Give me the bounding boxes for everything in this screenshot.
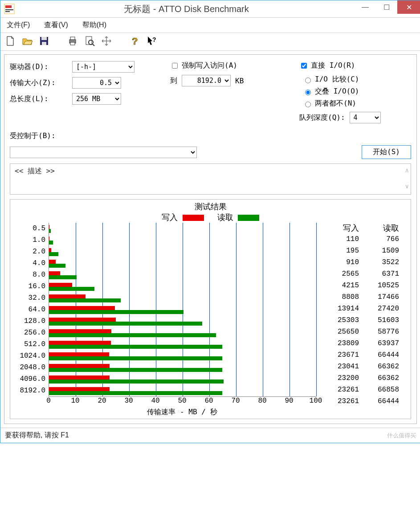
write-bar xyxy=(49,352,109,356)
new-icon[interactable] xyxy=(5,36,16,48)
maximize-button[interactable]: ☐ xyxy=(376,0,397,14)
total-length-label: 总长度(L): xyxy=(10,94,68,104)
open-icon[interactable] xyxy=(22,36,33,48)
y-tick-label: 4096.0 xyxy=(14,375,45,383)
print-preview-icon[interactable] xyxy=(84,36,95,48)
table-row: 2380963937 xyxy=(319,338,408,349)
menu-bar: 文件(F) 查看(V) 帮助(H) xyxy=(0,18,420,33)
x-tick-label: 20 xyxy=(98,397,106,405)
app-icon xyxy=(4,4,15,14)
svg-rect-8 xyxy=(70,37,75,40)
write-bar xyxy=(49,271,60,275)
y-tick-label: 2048.0 xyxy=(14,363,45,371)
write-bar xyxy=(49,341,111,345)
settings-panel: 驱动器(D): [-h-] 传输大小(Z): 0.5 总长度(L): 256 M… xyxy=(4,54,417,424)
queue-depth-label: 队列深度(Q): xyxy=(299,113,345,122)
neither-radio[interactable]: 两者都不(N) xyxy=(303,99,411,108)
table-row: 2326166444 xyxy=(319,396,408,407)
menu-help[interactable]: 帮助(H) xyxy=(81,20,108,31)
y-tick-label: 256.0 xyxy=(14,329,45,337)
read-bar xyxy=(49,368,222,372)
x-tick-label: 100 xyxy=(310,397,322,405)
plot-area: 0102030405060708090100 传输速率 - MB / 秒 0.5… xyxy=(13,223,316,417)
chart-title: 测试结果 xyxy=(13,201,408,212)
kb-label: KB xyxy=(235,77,244,85)
svg-rect-9 xyxy=(70,42,75,45)
table-row: 25656371 xyxy=(319,268,408,280)
direct-io-checkbox[interactable]: 直接 I/O(R) xyxy=(299,61,355,70)
table-row: 2304166362 xyxy=(319,361,408,372)
table-row: 1391427420 xyxy=(319,303,408,314)
controlled-by-select[interactable] xyxy=(10,147,197,158)
write-bar xyxy=(49,306,115,310)
x-tick-label: 90 xyxy=(285,397,293,405)
print-icon[interactable] xyxy=(67,36,78,48)
chart-legend: 写入 读取 xyxy=(13,212,408,223)
menu-view[interactable]: 查看(V) xyxy=(42,20,69,31)
start-button[interactable]: 开始(S) xyxy=(362,145,411,159)
read-bar xyxy=(49,333,216,337)
read-bar xyxy=(49,287,94,291)
move-icon[interactable] xyxy=(101,36,112,48)
table-row: 110766 xyxy=(319,233,408,245)
read-bar xyxy=(49,241,53,245)
x-tick-label: 50 xyxy=(178,397,186,405)
write-bar xyxy=(49,248,51,252)
io-compare-radio[interactable]: I/O 比较(C) xyxy=(303,75,411,84)
y-tick-label: 128.0 xyxy=(14,317,45,325)
write-swatch-icon xyxy=(183,215,204,221)
title-bar: 无标题 - ATTO Disk Benchmark — ☐ ✕ xyxy=(0,0,420,18)
table-row: 1951509 xyxy=(319,245,408,257)
drive-label: 驱动器(D): xyxy=(10,62,68,72)
read-bar xyxy=(49,380,224,384)
window-title: 无标题 - ATTO Disk Benchmark xyxy=(18,3,355,15)
table-row: 421510525 xyxy=(319,280,408,291)
svg-text:?: ? xyxy=(132,36,138,46)
x-tick-label: 10 xyxy=(71,397,79,405)
read-swatch-icon xyxy=(238,215,259,221)
queue-depth-select[interactable]: 4 xyxy=(350,112,381,123)
y-tick-label: 1.0 xyxy=(14,236,45,244)
write-bar xyxy=(49,260,56,264)
y-tick-label: 16.0 xyxy=(14,282,45,290)
transfer-max-select[interactable]: 8192.0 xyxy=(182,75,231,86)
status-text: 要获得帮助, 请按 F1 xyxy=(5,431,69,440)
table-row: 880817466 xyxy=(319,291,408,303)
svg-rect-6 xyxy=(42,42,46,45)
scroll-up-icon[interactable]: ∧ xyxy=(405,167,409,174)
svg-rect-5 xyxy=(41,37,47,40)
to-label: 到 xyxy=(170,76,177,86)
write-bar xyxy=(49,387,110,391)
read-bar xyxy=(49,275,77,279)
description-box[interactable]: << 描述 >> ∧∨ xyxy=(10,163,411,195)
toolbar: ? ? xyxy=(0,33,420,51)
read-bar xyxy=(49,310,183,314)
scroll-down-icon[interactable]: ∨ xyxy=(405,183,409,190)
x-tick-label: 30 xyxy=(124,397,133,405)
menu-file[interactable]: 文件(F) xyxy=(5,20,32,31)
drive-select[interactable]: [-h-] xyxy=(72,61,135,73)
read-bar xyxy=(49,391,222,395)
transfer-min-select[interactable]: 0.5 xyxy=(72,77,121,89)
total-length-select[interactable]: 256 MB xyxy=(72,93,121,105)
table-row: 2530351603 xyxy=(319,314,408,326)
overlap-io-radio[interactable]: 交叠 I/O(O) xyxy=(303,87,411,96)
table-row: 2367166444 xyxy=(319,349,408,361)
watermark: 什么值得买 xyxy=(387,432,416,440)
help-icon[interactable]: ? xyxy=(130,36,140,48)
transfer-size-label: 传输大小(Z): xyxy=(10,78,68,88)
write-bar xyxy=(49,225,49,229)
y-tick-label: 2.0 xyxy=(14,248,45,256)
force-write-checkbox[interactable]: 强制写入访问(A) xyxy=(170,61,237,70)
write-bar xyxy=(49,375,110,380)
close-button[interactable]: ✕ xyxy=(397,0,420,14)
results-chart: 测试结果 写入 读取 0102030405060708090100 传输速率 -… xyxy=(10,199,411,419)
y-tick-label: 4.0 xyxy=(14,259,45,267)
y-tick-label: 512.0 xyxy=(14,340,45,348)
context-help-icon[interactable]: ? xyxy=(147,36,157,48)
save-icon[interactable] xyxy=(39,36,49,48)
write-bar xyxy=(49,237,49,241)
svg-rect-1 xyxy=(5,5,12,8)
table-row: 2565058776 xyxy=(319,326,408,338)
minimize-button[interactable]: — xyxy=(355,0,376,14)
